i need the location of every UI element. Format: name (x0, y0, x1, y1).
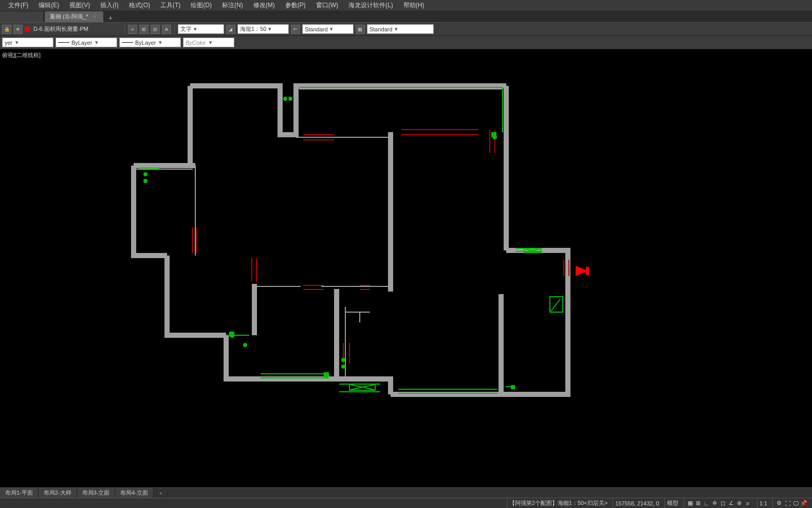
status-space[interactable]: 模型 (665, 498, 680, 508)
layer-color-swatch[interactable] (25, 27, 30, 32)
snap-icon[interactable]: ⊞ (695, 500, 702, 507)
lineweight-value: ByLayer (135, 40, 156, 46)
layer-lock-icon[interactable]: 🔒 (2, 25, 11, 34)
grid-icon[interactable]: ▦ (687, 500, 694, 507)
monitor-icon[interactable]: 🖵 (792, 500, 799, 507)
dimstyle1-value: Standard (305, 26, 328, 32)
menu-draw[interactable]: 绘图(D) (186, 0, 217, 11)
layout-tab-3[interactable]: 布局3-立面 (77, 488, 116, 498)
layer-name: D-6.面积周长测量-PM (33, 25, 88, 33)
close-icon[interactable]: × (93, 13, 96, 20)
osnap-icon[interactable]: ◻ (719, 500, 727, 507)
linetype-dropdown[interactable]: ByLayer ▾ (56, 38, 117, 47)
floorplan-openings (193, 130, 569, 364)
chevron-down-icon: ▾ (395, 26, 398, 32)
style-icon-1[interactable]: ≡ (128, 25, 137, 34)
floorplan-dots (143, 97, 515, 389)
svg-rect-12 (324, 372, 329, 377)
maximize-icon[interactable]: ⛶ (784, 500, 791, 507)
layer-icon[interactable]: ❄ (13, 25, 23, 34)
menu-modify[interactable]: 修改(M) (248, 0, 280, 11)
ortho-icon[interactable]: ∟ (703, 500, 710, 507)
menu-view[interactable]: 视图(V) (64, 0, 95, 11)
scale-value: 海龍1：50 (240, 25, 266, 33)
text-icon[interactable]: A (162, 25, 171, 34)
drawing-viewport[interactable]: 俯视][二维线框] (0, 49, 812, 498)
layer-toolbar: 🔒 ❄ D-6.面积周长测量-PM ≡ ⊞ ⊟ A 文字 ▾ ◢ 海龍1：50 … (0, 23, 812, 36)
svg-point-2 (283, 97, 287, 101)
track-icon[interactable]: ∠ (728, 500, 735, 507)
scale-icon[interactable]: ◢ (226, 25, 235, 34)
svg-rect-7 (229, 332, 234, 337)
menu-format[interactable]: 格式(O) (124, 0, 155, 11)
text-style-dropdown[interactable]: 文字 ▾ (178, 24, 224, 34)
status-coords: 157558, 21432, 0 (613, 498, 661, 508)
add-tab-button[interactable]: + (108, 14, 113, 22)
svg-point-10 (341, 365, 345, 369)
status-phase: 【阿强第2个配图】海能1：50<归层关> (507, 498, 610, 508)
pin-icon[interactable]: 📌 (800, 500, 807, 507)
menu-window[interactable]: 窗口(W) (311, 0, 343, 11)
active-tab[interactable]: 案例 (3)-阿强_* × (45, 11, 103, 22)
tab-label: 案例 (3)-阿强_* (50, 13, 88, 20)
layout-tabs: 布局1-平面 布局2-大样 布局3-立面 布局4-立面 + (0, 487, 812, 498)
tab-spacer (0, 11, 44, 22)
svg-rect-16 (586, 267, 589, 275)
menubar: 文件(F) 编辑(E) 视图(V) 插入(I) 格式(O) 工具(T) 绘图(D… (0, 0, 812, 11)
status-toggles: ▦ ⊞ ∟ ✲ ◻ ∠ ⊕ ≡ (684, 498, 754, 508)
chevron-down-icon: ▾ (209, 39, 212, 46)
cog-icon[interactable]: ⚙ (776, 500, 783, 507)
layout-tab-4[interactable]: 布局4-立面 (115, 488, 154, 498)
svg-point-3 (288, 97, 292, 101)
chevron-down-icon: ▾ (15, 39, 19, 46)
svg-point-4 (143, 172, 147, 176)
layout-add-button[interactable]: + (154, 489, 168, 497)
menu-param[interactable]: 参数(P) (280, 0, 311, 11)
linetype-value: ByLayer (71, 40, 92, 46)
status-ratio[interactable]: 1:1 (757, 498, 769, 508)
menu-file[interactable]: 文件(F) (3, 0, 33, 11)
menu-edit[interactable]: 编辑(E) (33, 0, 64, 11)
chevron-down-icon: ▾ (194, 26, 197, 32)
chevron-down-icon: ▾ (330, 26, 333, 32)
dimstyle2-value: Standard (370, 26, 393, 32)
statusbar: 【阿强第2个配图】海能1：50<归层关> 157558, 21432, 0 模型… (0, 498, 812, 508)
svg-point-5 (143, 179, 147, 183)
menu-tools[interactable]: 工具(T) (155, 0, 186, 11)
document-tabs: 案例 (3)-阿强_* × + (0, 11, 812, 23)
dim-icon[interactable]: ⊢ (291, 25, 300, 34)
style-icon-3[interactable]: ⊟ (151, 25, 160, 34)
menu-annotate[interactable]: 标注(N) (217, 0, 248, 11)
color-value: ByColor (186, 40, 206, 46)
menu-hailong[interactable]: 海龙设计软件(L) (343, 0, 398, 11)
scale-dropdown[interactable]: 海龍1：50 ▾ (237, 24, 289, 34)
svg-point-8 (243, 343, 247, 347)
layout-tab-2[interactable]: 布局2-大样 (39, 488, 77, 498)
layout-tab-1[interactable]: 布局1-平面 (0, 488, 39, 498)
lineweight-dropdown[interactable]: ByLayer ▾ (119, 38, 181, 47)
dimstyle2-dropdown[interactable]: Standard ▾ (367, 24, 434, 34)
chevron-down-icon: ▾ (268, 26, 271, 32)
entry-arrow-icon (576, 266, 589, 276)
line-preview-icon (58, 42, 69, 43)
status-extra-icons: ⚙ ⛶ 🖵 📌 (772, 498, 810, 508)
layer-dropdown-value: yer (5, 40, 12, 46)
color-dropdown[interactable]: ByColor ▾ (183, 38, 234, 47)
layer-dropdown[interactable]: yer ▾ (2, 38, 53, 47)
line-preview-icon (122, 42, 133, 43)
style-icon-2[interactable]: ⊞ (139, 25, 149, 34)
dimstyle1-dropdown[interactable]: Standard ▾ (302, 24, 354, 34)
properties-toolbar: yer ▾ ByLayer ▾ ByLayer ▾ ByColor ▾ (0, 36, 812, 49)
menu-help[interactable]: 帮助(H) (398, 0, 430, 11)
svg-point-9 (341, 358, 345, 362)
svg-rect-15 (511, 385, 515, 389)
dyn-icon[interactable]: ⊕ (736, 500, 743, 507)
chevron-down-icon: ▾ (159, 39, 162, 46)
text-style-value: 文字 (180, 25, 192, 33)
drawing-canvas[interactable] (0, 49, 812, 498)
lwt-icon[interactable]: ≡ (744, 500, 751, 507)
menu-insert[interactable]: 插入(I) (95, 0, 123, 11)
polar-icon[interactable]: ✲ (711, 500, 718, 507)
table-icon[interactable]: ▦ (356, 25, 365, 34)
svg-rect-14 (491, 132, 496, 137)
